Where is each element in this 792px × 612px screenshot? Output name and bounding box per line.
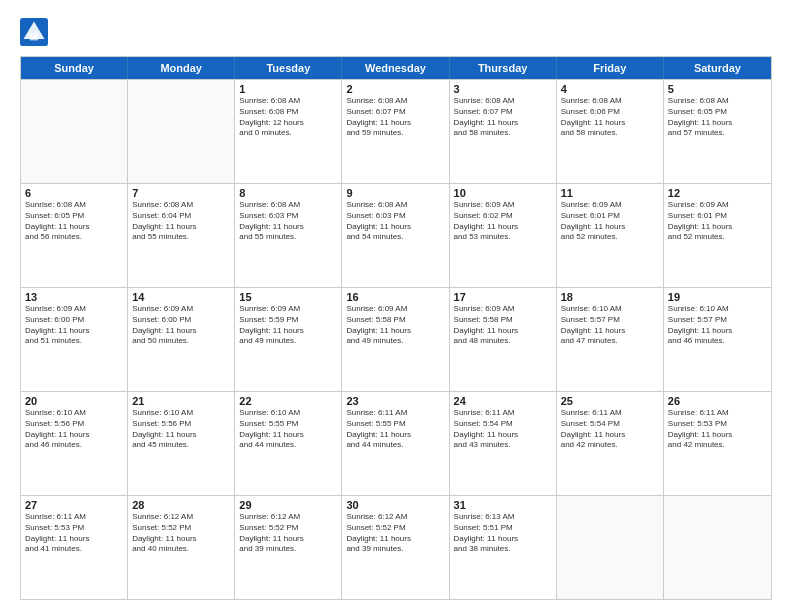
day-cell-12: 12Sunrise: 6:09 AM Sunset: 6:01 PM Dayli… [664,184,771,287]
weekday-header-saturday: Saturday [664,57,771,79]
day-cell-1: 1Sunrise: 6:08 AM Sunset: 6:08 PM Daylig… [235,80,342,183]
day-number: 3 [454,83,552,95]
weekday-header-monday: Monday [128,57,235,79]
day-info: Sunrise: 6:12 AM Sunset: 5:52 PM Dayligh… [346,512,444,555]
day-cell-11: 11Sunrise: 6:09 AM Sunset: 6:01 PM Dayli… [557,184,664,287]
day-cell-3: 3Sunrise: 6:08 AM Sunset: 6:07 PM Daylig… [450,80,557,183]
day-cell-9: 9Sunrise: 6:08 AM Sunset: 6:03 PM Daylig… [342,184,449,287]
day-number: 2 [346,83,444,95]
day-number: 6 [25,187,123,199]
day-cell-empty [21,80,128,183]
day-info: Sunrise: 6:09 AM Sunset: 5:59 PM Dayligh… [239,304,337,347]
weekday-header-sunday: Sunday [21,57,128,79]
day-cell-empty [664,496,771,599]
day-number: 13 [25,291,123,303]
day-info: Sunrise: 6:13 AM Sunset: 5:51 PM Dayligh… [454,512,552,555]
header [20,18,772,46]
day-cell-27: 27Sunrise: 6:11 AM Sunset: 5:53 PM Dayli… [21,496,128,599]
day-info: Sunrise: 6:09 AM Sunset: 6:01 PM Dayligh… [668,200,767,243]
day-number: 12 [668,187,767,199]
day-number: 22 [239,395,337,407]
day-info: Sunrise: 6:08 AM Sunset: 6:03 PM Dayligh… [239,200,337,243]
day-info: Sunrise: 6:10 AM Sunset: 5:56 PM Dayligh… [132,408,230,451]
day-info: Sunrise: 6:10 AM Sunset: 5:57 PM Dayligh… [561,304,659,347]
day-cell-20: 20Sunrise: 6:10 AM Sunset: 5:56 PM Dayli… [21,392,128,495]
day-number: 18 [561,291,659,303]
calendar-header: SundayMondayTuesdayWednesdayThursdayFrid… [21,57,771,79]
week-row-2: 6Sunrise: 6:08 AM Sunset: 6:05 PM Daylig… [21,183,771,287]
weekday-header-friday: Friday [557,57,664,79]
day-info: Sunrise: 6:08 AM Sunset: 6:05 PM Dayligh… [668,96,767,139]
day-cell-2: 2Sunrise: 6:08 AM Sunset: 6:07 PM Daylig… [342,80,449,183]
day-info: Sunrise: 6:08 AM Sunset: 6:07 PM Dayligh… [346,96,444,139]
day-cell-25: 25Sunrise: 6:11 AM Sunset: 5:54 PM Dayli… [557,392,664,495]
day-cell-4: 4Sunrise: 6:08 AM Sunset: 6:06 PM Daylig… [557,80,664,183]
logo-icon [20,18,48,46]
weekday-header-tuesday: Tuesday [235,57,342,79]
day-number: 15 [239,291,337,303]
weekday-header-thursday: Thursday [450,57,557,79]
logo [20,18,50,46]
day-info: Sunrise: 6:11 AM Sunset: 5:54 PM Dayligh… [454,408,552,451]
day-number: 24 [454,395,552,407]
calendar-body: 1Sunrise: 6:08 AM Sunset: 6:08 PM Daylig… [21,79,771,599]
day-cell-13: 13Sunrise: 6:09 AM Sunset: 6:00 PM Dayli… [21,288,128,391]
day-cell-30: 30Sunrise: 6:12 AM Sunset: 5:52 PM Dayli… [342,496,449,599]
day-cell-16: 16Sunrise: 6:09 AM Sunset: 5:58 PM Dayli… [342,288,449,391]
day-info: Sunrise: 6:08 AM Sunset: 6:03 PM Dayligh… [346,200,444,243]
day-info: Sunrise: 6:08 AM Sunset: 6:04 PM Dayligh… [132,200,230,243]
day-number: 23 [346,395,444,407]
day-info: Sunrise: 6:10 AM Sunset: 5:57 PM Dayligh… [668,304,767,347]
day-number: 19 [668,291,767,303]
day-cell-22: 22Sunrise: 6:10 AM Sunset: 5:55 PM Dayli… [235,392,342,495]
day-info: Sunrise: 6:08 AM Sunset: 6:08 PM Dayligh… [239,96,337,139]
svg-rect-2 [30,33,38,40]
day-cell-26: 26Sunrise: 6:11 AM Sunset: 5:53 PM Dayli… [664,392,771,495]
week-row-4: 20Sunrise: 6:10 AM Sunset: 5:56 PM Dayli… [21,391,771,495]
day-number: 8 [239,187,337,199]
day-number: 21 [132,395,230,407]
day-cell-17: 17Sunrise: 6:09 AM Sunset: 5:58 PM Dayli… [450,288,557,391]
week-row-5: 27Sunrise: 6:11 AM Sunset: 5:53 PM Dayli… [21,495,771,599]
day-number: 25 [561,395,659,407]
day-info: Sunrise: 6:09 AM Sunset: 6:01 PM Dayligh… [561,200,659,243]
day-number: 30 [346,499,444,511]
day-cell-8: 8Sunrise: 6:08 AM Sunset: 6:03 PM Daylig… [235,184,342,287]
day-info: Sunrise: 6:10 AM Sunset: 5:55 PM Dayligh… [239,408,337,451]
day-cell-31: 31Sunrise: 6:13 AM Sunset: 5:51 PM Dayli… [450,496,557,599]
day-number: 20 [25,395,123,407]
day-number: 31 [454,499,552,511]
day-info: Sunrise: 6:09 AM Sunset: 6:00 PM Dayligh… [132,304,230,347]
day-cell-24: 24Sunrise: 6:11 AM Sunset: 5:54 PM Dayli… [450,392,557,495]
day-cell-5: 5Sunrise: 6:08 AM Sunset: 6:05 PM Daylig… [664,80,771,183]
day-cell-21: 21Sunrise: 6:10 AM Sunset: 5:56 PM Dayli… [128,392,235,495]
day-number: 11 [561,187,659,199]
day-number: 9 [346,187,444,199]
day-info: Sunrise: 6:12 AM Sunset: 5:52 PM Dayligh… [132,512,230,555]
week-row-1: 1Sunrise: 6:08 AM Sunset: 6:08 PM Daylig… [21,79,771,183]
day-info: Sunrise: 6:11 AM Sunset: 5:53 PM Dayligh… [668,408,767,451]
day-info: Sunrise: 6:12 AM Sunset: 5:52 PM Dayligh… [239,512,337,555]
weekday-header-wednesday: Wednesday [342,57,449,79]
day-info: Sunrise: 6:11 AM Sunset: 5:53 PM Dayligh… [25,512,123,555]
day-info: Sunrise: 6:09 AM Sunset: 5:58 PM Dayligh… [454,304,552,347]
day-info: Sunrise: 6:08 AM Sunset: 6:07 PM Dayligh… [454,96,552,139]
day-info: Sunrise: 6:08 AM Sunset: 6:06 PM Dayligh… [561,96,659,139]
day-info: Sunrise: 6:08 AM Sunset: 6:05 PM Dayligh… [25,200,123,243]
day-number: 28 [132,499,230,511]
day-cell-empty [557,496,664,599]
day-number: 16 [346,291,444,303]
day-cell-18: 18Sunrise: 6:10 AM Sunset: 5:57 PM Dayli… [557,288,664,391]
day-number: 10 [454,187,552,199]
day-info: Sunrise: 6:11 AM Sunset: 5:54 PM Dayligh… [561,408,659,451]
day-cell-6: 6Sunrise: 6:08 AM Sunset: 6:05 PM Daylig… [21,184,128,287]
day-number: 17 [454,291,552,303]
week-row-3: 13Sunrise: 6:09 AM Sunset: 6:00 PM Dayli… [21,287,771,391]
day-info: Sunrise: 6:09 AM Sunset: 5:58 PM Dayligh… [346,304,444,347]
day-cell-14: 14Sunrise: 6:09 AM Sunset: 6:00 PM Dayli… [128,288,235,391]
day-info: Sunrise: 6:11 AM Sunset: 5:55 PM Dayligh… [346,408,444,451]
day-cell-15: 15Sunrise: 6:09 AM Sunset: 5:59 PM Dayli… [235,288,342,391]
day-number: 7 [132,187,230,199]
day-number: 29 [239,499,337,511]
page: SundayMondayTuesdayWednesdayThursdayFrid… [0,0,792,612]
